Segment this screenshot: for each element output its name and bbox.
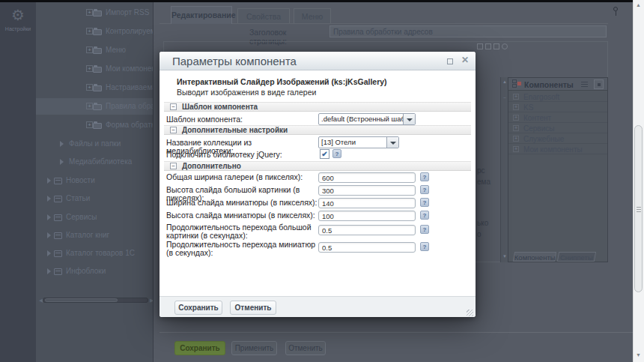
page-title-input[interactable]: Правила обработки адресов (329, 25, 607, 37)
tree-item-infoblocks[interactable]: Инфоблоки (36, 263, 154, 280)
plus-expander-icon[interactable]: + (86, 103, 93, 109)
help-icon[interactable]: ? (420, 185, 429, 194)
section-advanced[interactable]: − Дополнительно (164, 161, 471, 171)
toolbar-block-icon[interactable] (493, 43, 499, 49)
component-group-content[interactable]: +Контент (508, 113, 607, 123)
big-duration-input[interactable] (318, 225, 416, 235)
page-cancel-button[interactable]: Отменить (285, 341, 326, 355)
component-group-system[interactable]: +Служебные (508, 134, 607, 144)
template-select[interactable]: .default (Встроенный шаблон) (318, 113, 416, 125)
component-group-my[interactable]: +Мои компоненты (508, 145, 607, 154)
tree-item-medialibrary[interactable]: Медиабиблиотека (36, 154, 154, 170)
tree-item-url-rules[interactable]: +Правила обработки (36, 98, 154, 115)
tree-item-menu[interactable]: +Меню (36, 42, 154, 58)
plus-expander-icon[interactable]: + (513, 146, 519, 152)
toolbar-table-icon[interactable] (477, 43, 483, 49)
maximize-icon[interactable] (447, 58, 453, 64)
plus-expander-icon[interactable]: + (86, 84, 93, 91)
tree-item-feedback-form[interactable]: +Форма обратной св (36, 117, 154, 133)
plus-expander-icon[interactable]: + (513, 115, 519, 121)
infoblock-icon (54, 232, 62, 239)
tree-item-services[interactable]: Сервисы (36, 209, 154, 226)
tree-item-articles[interactable]: Статьи (36, 190, 154, 207)
tree-hscrollbar-thumb[interactable] (45, 298, 118, 302)
dialog-titlebar[interactable]: Параметры компонента ✕ (160, 52, 476, 70)
section-template[interactable]: − Шаблон компонента (164, 102, 471, 112)
hidden-text-fragment: ько (477, 219, 488, 227)
arrow-expander-icon[interactable] (47, 214, 51, 220)
gallery-width-input[interactable] (318, 172, 416, 183)
tree-item-news[interactable]: Новости (36, 172, 154, 189)
plus-expander-icon[interactable]: + (513, 104, 519, 110)
collapse-minus-icon[interactable]: − (170, 127, 177, 133)
arrow-expander-icon[interactable] (60, 159, 64, 165)
plus-expander-icon[interactable]: + (86, 9, 93, 16)
arrow-expander-icon[interactable] (47, 232, 51, 238)
plus-expander-icon[interactable]: + (513, 125, 519, 131)
panel-tab-snippets[interactable]: Сниппеты (557, 252, 596, 262)
tree-item-controlled[interactable]: +Контролируемое ск (36, 23, 154, 40)
arrow-expander-icon[interactable] (47, 196, 51, 202)
scrollbar-up-icon[interactable]: ▲ (633, 2, 644, 7)
collection-select[interactable]: [13] Отели (318, 136, 399, 148)
help-icon[interactable]: ? (332, 149, 341, 158)
pin-icon[interactable] (612, 7, 619, 16)
chevron-down-icon[interactable] (403, 114, 415, 124)
plus-expander-icon[interactable]: + (513, 94, 519, 100)
plus-expander-icon[interactable]: + (86, 46, 93, 53)
help-icon[interactable]: ? (420, 211, 429, 220)
chevron-down-icon[interactable] (386, 137, 398, 148)
resize-grip-icon[interactable] (467, 310, 473, 316)
panel-tab-components[interactable]: Компоненты (513, 252, 556, 262)
panel-collapse-strip[interactable]: ▲ – ▼ (500, 77, 508, 262)
toolbar-clear-icon[interactable] (502, 43, 508, 49)
gear-icon[interactable]: ⚙ (10, 7, 26, 23)
arrow-expander-icon[interactable] (47, 250, 51, 256)
collapse-minus-icon[interactable]: − (170, 103, 177, 110)
tree-item-files-folders[interactable]: Файлы и папки (36, 136, 154, 152)
panel-settings-button[interactable] (594, 79, 604, 89)
thumb-width-input[interactable] (318, 198, 416, 208)
dialog-save-button[interactable]: Сохранить (174, 301, 222, 315)
panel-list-icon[interactable] (581, 82, 588, 88)
jquery-checkbox[interactable]: ✔ (320, 149, 329, 159)
hscroll-right-icon[interactable]: ▶ (150, 298, 154, 304)
tree-item-my-components[interactable]: +Мои компоненты (36, 61, 154, 77)
page-save-button[interactable]: Сохранить (174, 341, 225, 355)
component-name: Интерактивный Слайдер Изображений (ks:jK… (177, 77, 387, 86)
close-icon[interactable]: ✕ (461, 55, 469, 65)
plus-expander-icon[interactable]: + (513, 136, 519, 142)
plus-expander-icon[interactable]: + (86, 28, 93, 34)
thumb-height-input[interactable] (318, 211, 416, 221)
dialog-cancel-button[interactable]: Отменить (230, 301, 276, 315)
tree-item-book-catalog[interactable]: Каталог книг (36, 227, 154, 244)
slide-height-input[interactable] (318, 185, 416, 196)
collapse-minus-icon[interactable]: − (170, 163, 177, 169)
toolbar-image-icon[interactable] (485, 43, 491, 49)
help-icon[interactable]: ? (420, 172, 429, 181)
thumb-duration-input[interactable] (318, 242, 416, 253)
tab-menu[interactable]: Меню (294, 8, 331, 24)
section-additional-settings[interactable]: − Дополнительные настройки (164, 125, 471, 135)
field-label: Шаблон компонента: (166, 115, 318, 124)
tab-properties[interactable]: Свойства (237, 8, 290, 24)
components-panel-title: Компоненты (524, 80, 574, 89)
help-icon[interactable]: ? (420, 242, 429, 251)
help-icon[interactable]: ? (420, 198, 429, 207)
plus-expander-icon[interactable]: + (86, 65, 93, 72)
field-label: Высота слайда миниатюры (в пикселях): (166, 211, 318, 220)
scrollbar-down-icon[interactable]: ▼ (633, 352, 644, 358)
component-group-services[interactable]: +Сервисы (508, 124, 607, 133)
plus-expander-icon[interactable]: + (86, 121, 93, 128)
page-apply-button[interactable]: Применить (231, 341, 277, 355)
arrow-expander-icon[interactable] (47, 268, 51, 274)
arrow-expander-icon[interactable] (60, 141, 64, 147)
help-icon[interactable]: ? (420, 225, 429, 234)
arrow-expander-icon[interactable] (47, 178, 51, 184)
tab-editing[interactable]: Редактирование (171, 6, 232, 24)
tree-item-custom-reg[interactable]: +Настраиваемая ре (36, 79, 154, 96)
tree-item-1c-catalog[interactable]: Каталог товаров 1С (36, 245, 154, 262)
component-group-ks[interactable]: +KS (508, 103, 607, 112)
tree-item-import-rss[interactable]: +Импорт RSS (36, 4, 154, 21)
component-group-enargosoft[interactable]: +Enargosoft (508, 92, 607, 102)
